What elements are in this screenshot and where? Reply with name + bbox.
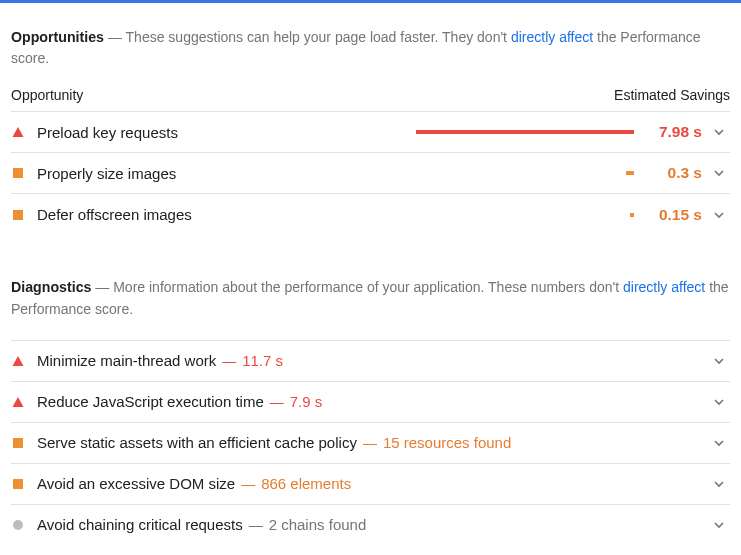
opportunities-list: Preload key requests7.98 sProperly size … <box>11 112 730 235</box>
chevron-down-icon[interactable] <box>710 126 728 138</box>
diagnostics-list: Minimize main-thread work — 11.7 sReduce… <box>11 340 730 545</box>
opportunities-title: Opportunities <box>11 29 104 45</box>
square-orange-icon <box>11 436 25 450</box>
opportunity-label: Preload key requests <box>37 124 178 141</box>
chevron-down-icon[interactable] <box>710 396 728 408</box>
square-orange-icon <box>11 166 25 180</box>
svg-marker-3 <box>13 356 24 366</box>
svg-point-7 <box>13 520 23 530</box>
content-area: Opportunities — These suggestions can he… <box>0 3 741 545</box>
opportunities-desc-pre: — These suggestions can help your page l… <box>104 29 511 45</box>
col-estimated-savings: Estimated Savings <box>614 87 730 103</box>
svg-marker-4 <box>13 397 24 407</box>
chevron-down-icon[interactable] <box>710 355 728 367</box>
savings-bar <box>416 130 634 134</box>
chevron-down-icon[interactable] <box>710 519 728 531</box>
estimated-savings: 0.3 s <box>642 164 702 182</box>
savings-bar-area <box>192 194 642 235</box>
circle-grey-icon <box>11 518 25 532</box>
opportunity-label: Properly size images <box>37 165 176 182</box>
diagnostic-label: Reduce JavaScript execution time <box>37 393 264 410</box>
triangle-red-icon <box>11 395 25 409</box>
diagnostics-title: Diagnostics <box>11 279 91 295</box>
dash-separator: — <box>241 476 255 492</box>
opportunities-desc-link[interactable]: directly affect <box>511 29 593 45</box>
square-orange-icon <box>11 208 25 222</box>
diagnostic-label: Avoid chaining critical requests <box>37 516 243 533</box>
diagnostics-desc-pre: — More information about the performance… <box>91 279 623 295</box>
dash-separator: — <box>249 517 263 533</box>
savings-bar-area <box>176 153 642 193</box>
svg-marker-0 <box>13 127 24 137</box>
chevron-down-icon[interactable] <box>710 437 728 449</box>
svg-rect-6 <box>13 479 23 489</box>
chevron-down-icon[interactable] <box>710 478 728 490</box>
diagnostic-value: 866 elements <box>261 475 351 492</box>
diagnostic-value: 15 resources found <box>383 434 511 451</box>
diagnostic-row[interactable]: Reduce JavaScript execution time — 7.9 s <box>11 381 730 422</box>
svg-rect-5 <box>13 438 23 448</box>
dash-separator: — <box>222 353 236 369</box>
square-orange-icon <box>11 477 25 491</box>
diagnostic-value: 7.9 s <box>290 393 323 410</box>
savings-bar-area <box>178 112 642 152</box>
diagnostic-label: Avoid an excessive DOM size <box>37 475 235 492</box>
svg-rect-1 <box>13 168 23 178</box>
triangle-red-icon <box>11 125 25 139</box>
opportunity-label: Defer offscreen images <box>37 206 192 223</box>
diagnostic-label: Minimize main-thread work <box>37 352 216 369</box>
savings-bar <box>630 213 634 217</box>
chevron-down-icon[interactable] <box>710 167 728 179</box>
estimated-savings: 7.98 s <box>642 123 702 141</box>
diagnostic-value: 11.7 s <box>242 352 283 369</box>
diagnostics-desc-link[interactable]: directly affect <box>623 279 705 295</box>
diagnostic-value: 2 chains found <box>269 516 367 533</box>
savings-bar <box>626 171 634 175</box>
chevron-down-icon[interactable] <box>710 209 728 221</box>
svg-rect-2 <box>13 210 23 220</box>
dash-separator: — <box>363 435 377 451</box>
diagnostic-label: Serve static assets with an efficient ca… <box>37 434 357 451</box>
diagnostics-header: Diagnostics — More information about the… <box>11 277 730 319</box>
triangle-red-icon <box>11 354 25 368</box>
diagnostic-row[interactable]: Avoid chaining critical requests — 2 cha… <box>11 504 730 545</box>
diagnostic-row[interactable]: Minimize main-thread work — 11.7 s <box>11 340 730 381</box>
opportunity-row[interactable]: Preload key requests7.98 s <box>11 112 730 153</box>
diagnostic-row[interactable]: Serve static assets with an efficient ca… <box>11 422 730 463</box>
opportunities-columns: Opportunity Estimated Savings <box>11 87 730 112</box>
opportunity-row[interactable]: Properly size images0.3 s <box>11 153 730 194</box>
opportunities-header: Opportunities — These suggestions can he… <box>11 27 730 69</box>
col-opportunity: Opportunity <box>11 87 83 103</box>
opportunity-row[interactable]: Defer offscreen images0.15 s <box>11 194 730 235</box>
dash-separator: — <box>270 394 284 410</box>
estimated-savings: 0.15 s <box>642 206 702 224</box>
diagnostic-row[interactable]: Avoid an excessive DOM size — 866 elemen… <box>11 463 730 504</box>
